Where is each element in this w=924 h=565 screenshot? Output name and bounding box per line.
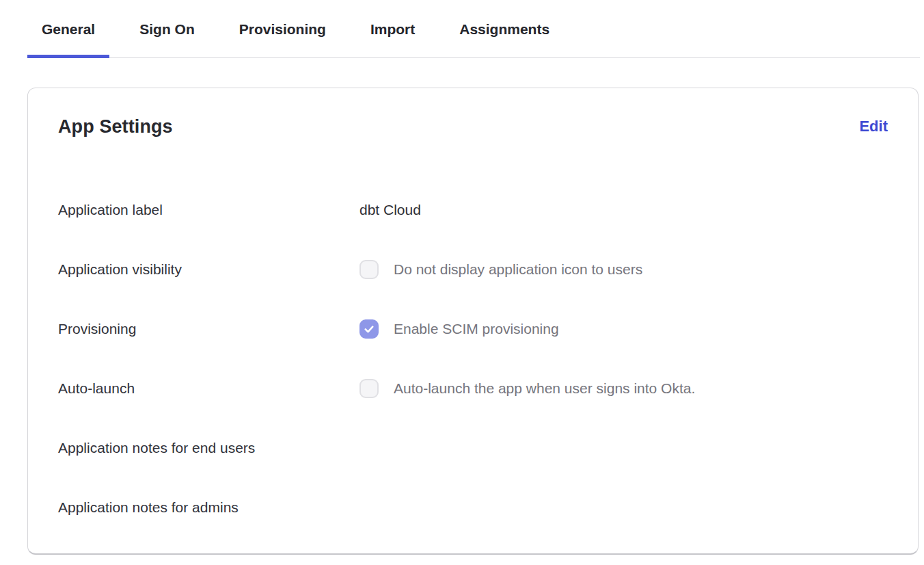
checkbox-unchecked[interactable] [359,379,379,398]
tab-import[interactable]: Import [356,0,429,57]
settings-row: Auto-launch Auto-launch the app when use… [58,358,888,418]
settings-row: Application notes for admins [58,477,888,537]
tab-sign-on[interactable]: Sign On [125,0,209,57]
app-settings-panel: App Settings Edit Application label dbt … [27,88,919,555]
setting-value-text: Auto-launch the app when user signs into… [394,380,695,397]
tab-bar: General Sign On Provisioning Import Assi… [27,0,920,58]
checkbox-unchecked[interactable] [359,260,379,279]
settings-row: Application label dbt Cloud [58,180,888,239]
setting-label: Application notes for end users [58,440,359,456]
setting-value: Auto-launch the app when user signs into… [359,379,695,398]
setting-label: Application notes for admins [58,499,359,516]
tab-provisioning[interactable]: Provisioning [225,0,340,57]
tab-assignments[interactable]: Assignments [445,0,564,57]
setting-value-text: dbt Cloud [359,202,421,218]
check-icon [363,323,375,335]
settings-row: Application visibility Do not display ap… [58,239,888,299]
setting-value: Enable SCIM provisioning [359,319,559,339]
setting-label: Application label [58,202,359,218]
setting-value-text: Enable SCIM provisioning [394,321,559,337]
settings-row: Application notes for end users [58,418,888,477]
settings-row: Provisioning Enable SCIM provisioning [58,299,888,358]
setting-label: Provisioning [58,321,359,337]
edit-button[interactable]: Edit [859,118,888,135]
setting-value: Do not display application icon to users [359,260,642,279]
tab-general[interactable]: General [27,0,109,57]
setting-label: Application visibility [58,261,359,278]
settings-rows: Application label dbt Cloud Application … [58,180,888,537]
page-title: App Settings [58,116,173,137]
setting-value-text: Do not display application icon to users [394,261,642,278]
checkbox-checked[interactable] [359,319,379,339]
setting-value: dbt Cloud [359,202,421,218]
panel-header: App Settings Edit [58,116,888,137]
setting-label: Auto-launch [58,380,359,397]
